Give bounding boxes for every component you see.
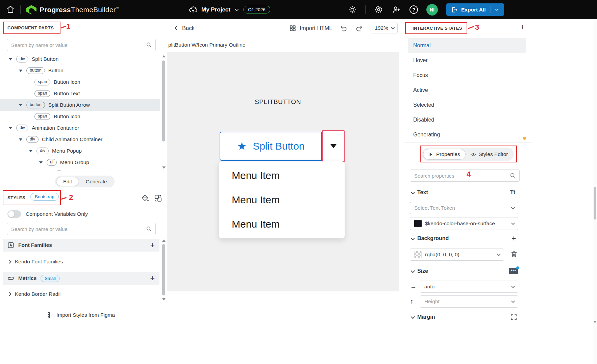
tree-item-button-icon[interactable]: span Button Icon bbox=[0, 111, 160, 122]
add-font-family-button[interactable]: + bbox=[150, 241, 155, 249]
tab-generate[interactable]: Generate bbox=[79, 177, 114, 186]
text-color-select[interactable]: $kendo-color-base-on-surface bbox=[410, 217, 518, 230]
caret-down-icon[interactable] bbox=[19, 70, 22, 72]
scroll-down-arrow[interactable] bbox=[593, 321, 597, 323]
zoom-select[interactable]: 192% bbox=[371, 23, 398, 33]
group-metrics[interactable]: Metrics Small + bbox=[3, 272, 159, 285]
redo-icon[interactable] bbox=[355, 24, 363, 32]
scrollbar-thumb[interactable] bbox=[162, 244, 165, 295]
swap-theme-icon[interactable] bbox=[154, 194, 162, 202]
import-styles-figma-button[interactable]: Import Styles from Figma bbox=[0, 309, 160, 321]
state-selected[interactable]: Selected bbox=[408, 98, 526, 112]
add-state-button[interactable]: + bbox=[520, 23, 525, 31]
text-token-select[interactable]: Select Text Token bbox=[410, 202, 518, 214]
discard-styles-icon[interactable] bbox=[141, 194, 149, 202]
group-kendo-border-radii[interactable]: Kendo Border Radii bbox=[3, 288, 159, 300]
width-select[interactable]: auto bbox=[420, 281, 518, 293]
state-focus[interactable]: Focus bbox=[408, 68, 526, 83]
scroll-up-arrow[interactable] bbox=[162, 55, 166, 57]
caret-down-icon[interactable] bbox=[19, 104, 22, 106]
styles-search-input[interactable] bbox=[7, 223, 156, 235]
back-button[interactable]: Back bbox=[173, 25, 195, 31]
theme-brightness-icon[interactable] bbox=[348, 5, 357, 14]
tree-item-split-button-arrow[interactable]: button Split Button Arrow bbox=[0, 99, 160, 111]
properties-search-input[interactable] bbox=[410, 170, 520, 182]
search-icon[interactable] bbox=[146, 42, 152, 48]
tree-item-label: Button Icon bbox=[54, 113, 80, 120]
state-active[interactable]: Active bbox=[408, 83, 526, 98]
search-icon[interactable] bbox=[510, 173, 516, 179]
add-background-button[interactable]: + bbox=[512, 235, 516, 242]
typography-icon[interactable]: Tt bbox=[510, 189, 515, 196]
tree-item-child-animation-container[interactable]: div Child Animation Container bbox=[0, 134, 160, 145]
tag-badge: span bbox=[34, 113, 50, 120]
state-hover[interactable]: Hover bbox=[408, 53, 526, 68]
preview-split-button-arrow-selected[interactable] bbox=[322, 130, 345, 162]
import-html-button[interactable]: Import HTML bbox=[289, 25, 332, 32]
avatar[interactable]: NI bbox=[426, 4, 438, 16]
tree-item-animation-container[interactable]: div Animation Container bbox=[0, 122, 160, 134]
home-icon[interactable] bbox=[6, 5, 15, 14]
add-metric-button[interactable]: + bbox=[150, 275, 155, 282]
section-title: Text bbox=[417, 189, 428, 196]
scroll-down-arrow[interactable] bbox=[162, 166, 166, 169]
framework-badge[interactable]: Bootstrap bbox=[30, 193, 59, 201]
chevron-down-icon[interactable] bbox=[411, 190, 415, 194]
group-font-families[interactable]: Font Families + bbox=[3, 239, 159, 252]
menu-item[interactable]: Menu Item bbox=[219, 163, 345, 188]
search-icon[interactable] bbox=[146, 226, 152, 232]
chevron-down-icon[interactable] bbox=[411, 236, 415, 240]
component-variables-toggle[interactable] bbox=[7, 210, 21, 218]
tab-styles-editor[interactable]: </> Styles Editor bbox=[466, 149, 513, 159]
scrollbar-thumb[interactable] bbox=[594, 187, 596, 219]
tab-edit[interactable]: Edit bbox=[56, 177, 79, 186]
delete-background-icon[interactable] bbox=[510, 250, 518, 258]
caret-down-icon[interactable] bbox=[29, 150, 32, 152]
menu-item[interactable]: Menu Item bbox=[219, 212, 345, 236]
background-color-select[interactable]: rgba(0, 0, 0, 0) bbox=[410, 249, 504, 261]
tag-badge: li bbox=[55, 171, 64, 171]
state-generating[interactable]: Generating bbox=[408, 127, 526, 142]
menu-item[interactable]: Menu Item bbox=[219, 188, 345, 212]
caret-down-icon[interactable] bbox=[39, 161, 43, 164]
state-disabled[interactable]: Disabled bbox=[408, 112, 526, 127]
caret-down-icon[interactable] bbox=[9, 127, 12, 129]
scrollbar-thumb[interactable] bbox=[162, 60, 165, 141]
size-advanced-button[interactable]: ••• bbox=[509, 268, 518, 274]
metrics-size-badge[interactable]: Small bbox=[41, 275, 60, 282]
tree-item-menu-group[interactable]: ul Menu Group bbox=[0, 157, 160, 168]
tree-item-menu-item[interactable]: li Menu Item bbox=[0, 168, 160, 171]
caret-down-icon[interactable] bbox=[9, 58, 12, 60]
tab-properties[interactable]: Properties bbox=[423, 149, 466, 160]
preview-split-button[interactable]: ★ Split Button bbox=[220, 132, 322, 161]
component-search bbox=[7, 39, 156, 51]
caret-down-icon[interactable] bbox=[19, 138, 22, 141]
chevron-down-icon[interactable] bbox=[411, 314, 415, 319]
settings-gear-icon[interactable] bbox=[374, 5, 383, 14]
code-icon: </> bbox=[471, 152, 476, 157]
tree-item-button[interactable]: button Button bbox=[0, 65, 160, 76]
chevron-down-icon[interactable] bbox=[494, 7, 499, 12]
chevron-down-icon[interactable] bbox=[411, 268, 415, 273]
tree-item-split-button[interactable]: div Split Button bbox=[0, 53, 160, 65]
cloud-upload-icon bbox=[189, 5, 198, 14]
undo-icon[interactable] bbox=[340, 24, 348, 32]
invite-user-icon[interactable] bbox=[392, 5, 401, 15]
height-select[interactable]: Height bbox=[420, 295, 518, 308]
help-icon[interactable]: ? bbox=[409, 5, 418, 14]
tree-item-menu-popup[interactable]: div Menu Popup bbox=[0, 145, 160, 157]
scroll-down-arrow[interactable] bbox=[162, 298, 166, 301]
export-all-button[interactable]: Export All bbox=[446, 3, 504, 16]
tree-item-button-icon[interactable]: span Button Icon bbox=[0, 76, 160, 88]
expand-margin-icon[interactable] bbox=[510, 314, 517, 321]
state-normal[interactable]: Normal bbox=[408, 38, 526, 53]
scroll-up-arrow[interactable] bbox=[162, 239, 166, 242]
tab-styles-editor-label: Styles Editor bbox=[478, 151, 508, 157]
tag-badge: div bbox=[26, 136, 39, 143]
tree-item-label: Split Button bbox=[32, 56, 58, 62]
project-switcher[interactable]: My Project Q1 2026 bbox=[189, 0, 270, 19]
group-kendo-font-families[interactable]: Kendo Font Families bbox=[3, 256, 159, 268]
chevron-down-icon bbox=[511, 284, 515, 288]
tree-item-button-text[interactable]: span Button Text bbox=[0, 88, 160, 99]
component-search-input[interactable] bbox=[7, 39, 156, 51]
